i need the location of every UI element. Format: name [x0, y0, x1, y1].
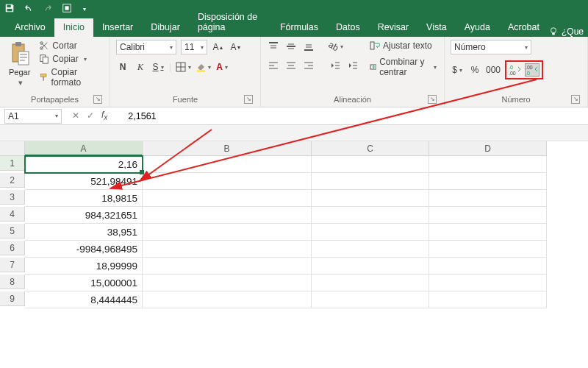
border-button[interactable]: ▾: [176, 60, 191, 74]
cell[interactable]: [429, 275, 547, 291]
increase-indent-icon[interactable]: [346, 59, 359, 72]
row-header[interactable]: 5: [0, 224, 25, 238]
font-name-select[interactable]: Calibri▾: [116, 40, 176, 54]
cell[interactable]: [312, 173, 429, 190]
cell-a3[interactable]: 18,9815: [25, 190, 143, 207]
align-bottom-icon[interactable]: [302, 40, 315, 53]
paste-button[interactable]: Pegar ▾: [6, 40, 33, 89]
currency-button[interactable]: $▾: [451, 63, 464, 77]
cell[interactable]: [312, 207, 429, 224]
tab-review[interactable]: Revisar: [369, 18, 417, 37]
cell[interactable]: [429, 207, 547, 224]
cell[interactable]: [143, 275, 312, 291]
cell[interactable]: [312, 275, 429, 291]
format-painter-button[interactable]: Copiar formato: [37, 66, 104, 88]
save-icon[interactable]: [4, 3, 15, 15]
cancel-icon[interactable]: ✕: [72, 110, 79, 121]
row-header[interactable]: 1: [0, 156, 25, 171]
tab-formulas[interactable]: Fórmulas: [271, 18, 327, 37]
align-middle-icon[interactable]: [284, 40, 298, 53]
select-all-corner[interactable]: [0, 141, 25, 156]
row-header[interactable]: 7: [0, 258, 25, 272]
underline-button[interactable]: S▾: [151, 60, 165, 74]
merge-center-button[interactable]: Combinar y centrar▾: [368, 56, 438, 78]
cell-a4[interactable]: 984,321651: [25, 207, 143, 224]
cell[interactable]: [143, 207, 312, 224]
cell[interactable]: [312, 241, 429, 258]
enter-icon[interactable]: ✓: [87, 110, 94, 121]
cell[interactable]: [429, 173, 547, 190]
decrease-font-icon[interactable]: A▼: [229, 40, 243, 54]
cell-a6[interactable]: -9984,968495: [25, 241, 143, 258]
tab-draw[interactable]: Dibujar: [142, 18, 189, 37]
cell[interactable]: [312, 156, 429, 173]
decrease-decimal-button[interactable]: .00.0: [525, 63, 539, 77]
orientation-icon[interactable]: ab▾: [329, 40, 343, 53]
cell-a5[interactable]: 38,951: [25, 224, 143, 241]
cell[interactable]: [312, 291, 429, 308]
copy-button[interactable]: Copiar▾: [37, 53, 104, 65]
cell[interactable]: [312, 258, 429, 275]
dialog-launcher-icon[interactable]: ↘: [93, 95, 102, 104]
tab-insert[interactable]: Insertar: [93, 18, 142, 37]
spreadsheet-grid[interactable]: A B C D 1 2,16 2 521,98491 3 18,9815 4 9…: [0, 141, 588, 308]
font-color-button[interactable]: A▾: [215, 60, 229, 74]
align-left-icon[interactable]: [267, 59, 280, 72]
fill-color-button[interactable]: ▾: [196, 60, 211, 74]
align-top-icon[interactable]: [267, 40, 280, 53]
cell-a2[interactable]: 521,98491: [25, 173, 143, 190]
tell-me[interactable]: ¿Que: [548, 26, 588, 37]
formula-input[interactable]: [113, 111, 588, 121]
cell-a1[interactable]: 2,16: [25, 156, 143, 173]
touch-mode-icon[interactable]: [62, 3, 72, 15]
align-center-icon[interactable]: [284, 59, 298, 72]
tab-view[interactable]: Vista: [417, 18, 456, 37]
tab-help[interactable]: Ayuda: [456, 18, 499, 37]
col-header-b[interactable]: B: [143, 141, 312, 156]
cell[interactable]: [429, 224, 547, 241]
cell[interactable]: [143, 173, 312, 190]
align-right-icon[interactable]: [302, 59, 315, 72]
comma-style-button[interactable]: 000: [486, 63, 501, 77]
number-format-select[interactable]: Número▾: [451, 40, 531, 54]
wrap-text-button[interactable]: Ajustar texto: [368, 40, 438, 52]
cell[interactable]: [312, 190, 429, 207]
tab-data[interactable]: Datos: [327, 18, 369, 37]
increase-font-icon[interactable]: A▲: [212, 40, 225, 54]
cell[interactable]: [429, 156, 547, 173]
dialog-launcher-icon[interactable]: ↘: [428, 95, 437, 104]
cell[interactable]: [312, 224, 429, 241]
cell[interactable]: [143, 291, 312, 308]
cell[interactable]: [143, 258, 312, 275]
cell[interactable]: [143, 224, 312, 241]
col-header-d[interactable]: D: [429, 141, 547, 156]
col-header-c[interactable]: C: [312, 141, 429, 156]
bold-button[interactable]: N: [116, 60, 129, 74]
cell[interactable]: [143, 190, 312, 207]
tab-home[interactable]: Inicio: [54, 18, 93, 37]
name-box[interactable]: A1▾: [4, 109, 62, 124]
row-header[interactable]: 8: [0, 275, 25, 289]
cell[interactable]: [143, 156, 312, 173]
font-size-select[interactable]: 11▾: [181, 40, 207, 54]
row-header[interactable]: 4: [0, 207, 25, 222]
row-header[interactable]: 6: [0, 241, 25, 255]
increase-decimal-button[interactable]: .0.00: [509, 63, 522, 77]
undo-icon[interactable]: [24, 3, 34, 15]
qat-customize-icon[interactable]: ▾: [83, 6, 86, 13]
cell[interactable]: [429, 291, 547, 308]
tab-acrobat[interactable]: Acrobat: [499, 18, 548, 37]
cell-a9[interactable]: 8,4444445: [25, 291, 143, 308]
fx-icon[interactable]: fx: [101, 110, 107, 121]
dialog-launcher-icon[interactable]: ↘: [571, 95, 580, 104]
percent-button[interactable]: %: [468, 63, 481, 77]
cell[interactable]: [429, 241, 547, 258]
col-header-a[interactable]: A: [25, 141, 143, 156]
cell[interactable]: [143, 241, 312, 258]
row-header[interactable]: 9: [0, 291, 25, 306]
row-header[interactable]: 2: [0, 173, 25, 188]
redo-icon[interactable]: [43, 3, 53, 15]
cell[interactable]: [429, 190, 547, 207]
cell-a8[interactable]: 15,000001: [25, 275, 143, 291]
dialog-launcher-icon[interactable]: ↘: [244, 95, 253, 104]
